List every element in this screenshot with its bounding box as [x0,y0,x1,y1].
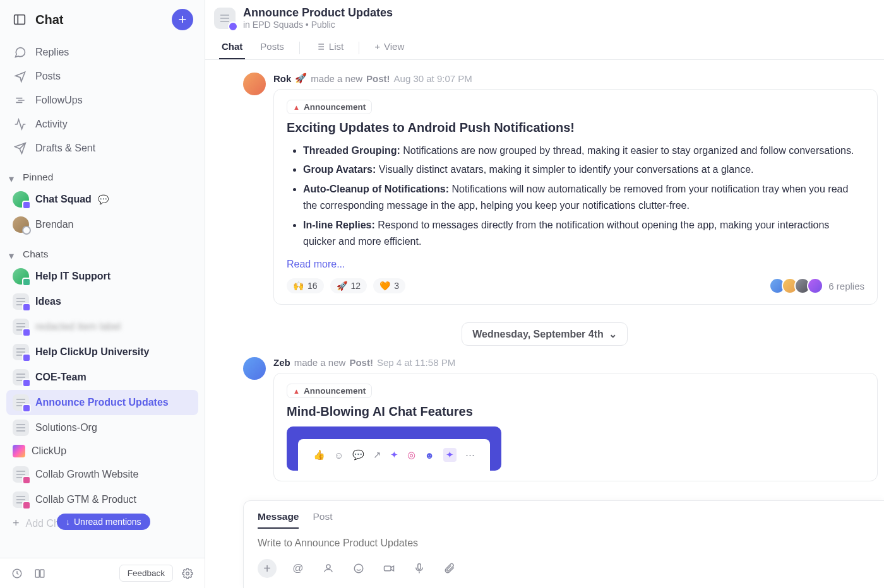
channel-avatar [214,8,236,29]
post-timestamp: Sep 4 at 11:58 PM [377,357,455,368]
announcement-badge: ▲Announcement [287,100,372,114]
caret-down-icon: ▾ [9,250,16,258]
composer-tab-post[interactable]: Post [313,507,332,529]
composer-tab-message[interactable]: Message [258,507,299,529]
author-name[interactable]: Rok [273,73,291,84]
nav-followups[interactable]: FollowUps [6,88,198,112]
date-divider: Wednesday, September 4th ⌄ [205,311,884,351]
feedback-button[interactable]: Feedback [119,565,173,582]
chat-item-announce-product-updates[interactable]: Announce Product Updates [6,390,198,415]
post-header: Rok 🚀 made a new Post! Aug 30 at 9:07 PM [273,73,878,84]
nav-activity[interactable]: Activity [6,112,198,136]
post-header: Zeb made a new Post! Sep 4 at 11:58 PM [273,357,878,368]
layout-icon[interactable] [32,565,48,582]
nav-drafts-sent[interactable]: Drafts & Sent [6,136,198,160]
composer-tabs: Message Post [258,507,870,529]
pinned-item-brendan[interactable]: Brendan [6,212,198,237]
chat-item-ideas[interactable]: Ideas [6,289,198,314]
list-icon [13,394,29,411]
user-avatar-rok[interactable] [243,73,266,95]
post-bullet: In-line Replies: Respond to messages dir… [303,217,864,250]
chat-item-collab-growth[interactable]: Collab Growth Website [6,462,198,487]
posts-icon [14,70,27,83]
chat-item-collab-gtm[interactable]: Collab GTM & Product [6,487,198,512]
post-bullet: Threaded Grouping: Notifications are now… [303,143,864,159]
announcement-badge: ▲Announcement [287,384,372,398]
list-icon [13,369,29,385]
post-bullet: Group Avatars: Visually distinct avatars… [303,162,864,178]
history-icon[interactable] [9,565,25,582]
svg-point-12 [326,565,330,568]
header-tabs: Chat Posts List + View [214,36,871,59]
chat-item-clickup[interactable]: ClickUp [6,440,198,462]
panel-toggle-icon[interactable] [13,13,27,26]
reaction-pill[interactable]: 🚀12 [330,278,367,293]
chats-header[interactable]: ▾ Chats [6,242,198,264]
tab-separator [299,42,300,54]
sidebar: Chat + Replies Posts FollowUps Activity [0,0,205,588]
sidebar-title: Chat [35,13,172,27]
reactions-row: 🙌16 🚀12 🧡3 6 replies [287,278,864,294]
chat-item-help-clickup-u[interactable]: Help ClickUp University [6,339,198,365]
composer-input[interactable] [258,529,870,559]
nav-label: FollowUps [35,95,83,106]
mic-icon[interactable] [410,560,428,577]
item-label: Collab GTM & Product [35,494,136,505]
new-chat-button[interactable]: + [172,9,193,30]
drafts-icon [14,142,27,155]
unread-mentions-pill[interactable]: ↓ Unread mentions [57,514,150,530]
tab-posts[interactable]: Posts [258,36,287,59]
item-label: Help ClickUp University [35,346,150,358]
sparkle-icon: ✦ [390,449,398,461]
user-avatar-zeb[interactable] [243,357,266,380]
post-card[interactable]: ▲Announcement Mind-Blowing AI Chat Featu… [273,373,878,481]
repliers[interactable]: 6 replies [773,278,864,294]
chats-section: ▾ Chats Help IT Support Ideas redacted i… [0,241,205,558]
read-more-link[interactable]: Read more... [287,252,345,270]
svg-rect-14 [385,566,391,571]
chat-item-help-it[interactable]: Help IT Support [6,264,198,289]
video-icon[interactable] [380,560,398,577]
avatar-icon [13,268,29,285]
post-title: Mind-Blowing AI Chat Features [287,404,864,419]
chat-item-solutions-org[interactable]: Solutions-Org [6,415,198,440]
post-card[interactable]: ▲Announcement Exciting Updates to Androi… [273,89,878,305]
tab-separator [359,42,359,54]
add-attachment-button[interactable]: + [258,559,277,578]
unread-label: Unread mentions [74,517,141,527]
pinned-header[interactable]: ▾ Pinned [6,165,198,187]
item-label: ClickUp [32,445,66,457]
tab-chat[interactable]: Chat [219,36,245,59]
section-title: Chats [23,249,49,260]
message-composer: Message Post + @ [243,500,884,588]
arrow-down-icon: ↓ [66,517,70,527]
paperclip-icon[interactable] [441,560,458,577]
date-pill[interactable]: Wednesday, September 4th ⌄ [462,322,627,346]
nav-posts[interactable]: Posts [6,64,198,88]
mention-user-icon[interactable] [320,560,337,577]
item-label: redacted item label [35,321,121,332]
tab-list[interactable]: List [313,36,346,59]
settings-icon[interactable] [179,565,196,582]
pinned-section: ▾ Pinned Chat Squad 💬 Brendan [0,164,205,241]
pinned-item-chat-squad[interactable]: Chat Squad 💬 [6,187,198,212]
post-item: Zeb made a new Post! Sep 4 at 11:58 PM ▲… [205,351,884,488]
svg-rect-0 [15,15,25,25]
reaction-pill[interactable]: 🙌16 [287,278,324,293]
emoji-icon[interactable] [350,560,367,577]
avatar-icon [13,191,29,208]
chat-item-coe-team[interactable]: COE-Team [6,365,198,390]
mention-icon[interactable]: @ [289,560,307,577]
channel-title: Announce Product Updates [243,6,393,20]
nav-label: Drafts & Sent [35,143,95,154]
item-label: Collab Growth Website [35,469,138,480]
chat-item-redacted[interactable]: redacted item label [6,314,198,339]
post-thumbnail: 👍 ☺ 💬 ↗ ✦ ◎ ☻ ✦ ⋯ [287,426,501,471]
nav-replies[interactable]: Replies [6,40,198,64]
activity-icon [14,118,27,131]
post-title: Exciting Updates to Android Push Notific… [287,121,864,135]
tab-add-view[interactable]: + View [372,36,407,59]
reaction-pill[interactable]: 🧡3 [373,278,405,293]
author-name[interactable]: Zeb [273,357,290,368]
channel-subtitle: in EPD Squads • Public [243,20,335,30]
